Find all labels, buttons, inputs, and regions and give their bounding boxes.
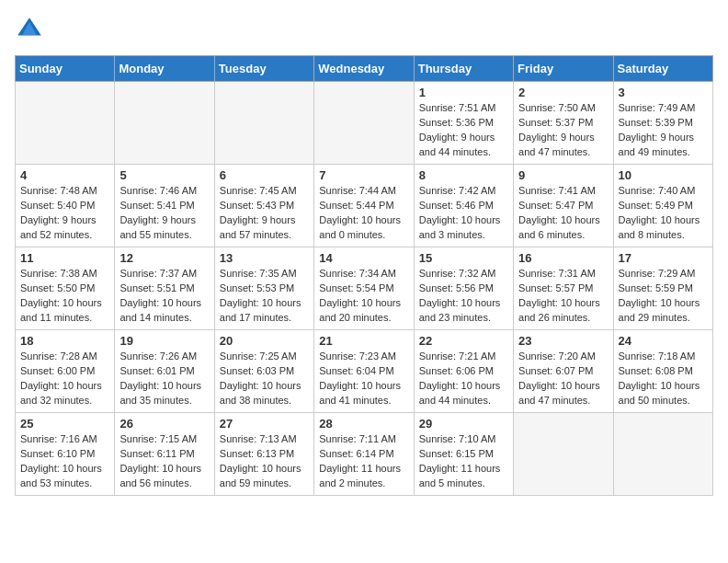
day-number: 16 <box>518 251 608 265</box>
day-info: Sunrise: 7:45 AM Sunset: 5:43 PM Dayligh… <box>220 184 309 243</box>
day-number: 23 <box>518 334 608 348</box>
calendar-cell: 12Sunrise: 7:37 AM Sunset: 5:51 PM Dayli… <box>115 247 214 330</box>
logo <box>15 15 48 44</box>
day-number: 10 <box>619 168 708 182</box>
day-info: Sunrise: 7:49 AM Sunset: 5:39 PM Dayligh… <box>619 101 708 160</box>
day-info: Sunrise: 7:13 AM Sunset: 6:13 PM Dayligh… <box>220 432 309 491</box>
day-info: Sunrise: 7:16 AM Sunset: 6:10 PM Dayligh… <box>20 432 109 491</box>
day-number: 17 <box>619 251 708 265</box>
calendar-cell: 5Sunrise: 7:46 AM Sunset: 5:41 PM Daylig… <box>115 165 214 247</box>
day-info: Sunrise: 7:34 AM Sunset: 5:54 PM Dayligh… <box>319 267 408 326</box>
calendar-cell: 15Sunrise: 7:32 AM Sunset: 5:56 PM Dayli… <box>414 247 513 330</box>
day-number: 26 <box>119 417 209 431</box>
day-info: Sunrise: 7:50 AM Sunset: 5:37 PM Dayligh… <box>518 101 608 160</box>
calendar-cell: 28Sunrise: 7:11 AM Sunset: 6:14 PM Dayli… <box>314 413 414 496</box>
calendar-cell: 18Sunrise: 7:28 AM Sunset: 6:00 PM Dayli… <box>16 330 115 413</box>
day-info: Sunrise: 7:31 AM Sunset: 5:57 PM Dayligh… <box>518 267 608 326</box>
day-info: Sunrise: 7:46 AM Sunset: 5:41 PM Dayligh… <box>119 184 209 243</box>
day-number: 28 <box>319 417 408 431</box>
col-header-saturday: Saturday <box>613 56 712 82</box>
day-info: Sunrise: 7:23 AM Sunset: 6:04 PM Dayligh… <box>319 350 408 408</box>
day-info: Sunrise: 7:38 AM Sunset: 5:50 PM Dayligh… <box>20 267 109 326</box>
calendar-cell: 6Sunrise: 7:45 AM Sunset: 5:43 PM Daylig… <box>214 165 313 247</box>
calendar-cell <box>214 82 313 165</box>
week-row-1: 1Sunrise: 7:51 AM Sunset: 5:36 PM Daylig… <box>16 82 713 165</box>
day-info: Sunrise: 7:29 AM Sunset: 5:59 PM Dayligh… <box>619 267 708 326</box>
day-info: Sunrise: 7:41 AM Sunset: 5:47 PM Dayligh… <box>518 184 608 243</box>
calendar-cell: 11Sunrise: 7:38 AM Sunset: 5:50 PM Dayli… <box>16 247 115 330</box>
day-number: 13 <box>220 251 309 265</box>
day-number: 29 <box>419 417 508 431</box>
calendar-cell: 22Sunrise: 7:21 AM Sunset: 6:06 PM Dayli… <box>414 330 513 413</box>
day-number: 12 <box>119 251 209 265</box>
calendar-cell: 16Sunrise: 7:31 AM Sunset: 5:57 PM Dayli… <box>514 247 613 330</box>
day-number: 14 <box>319 251 408 265</box>
col-header-monday: Monday <box>115 56 214 82</box>
day-number: 24 <box>619 334 708 348</box>
calendar-cell: 14Sunrise: 7:34 AM Sunset: 5:54 PM Dayli… <box>314 247 414 330</box>
day-number: 8 <box>419 168 508 182</box>
day-number: 2 <box>518 86 608 99</box>
calendar-cell: 26Sunrise: 7:15 AM Sunset: 6:11 PM Dayli… <box>115 413 214 496</box>
col-header-sunday: Sunday <box>16 56 115 82</box>
day-number: 4 <box>20 168 109 182</box>
week-row-4: 18Sunrise: 7:28 AM Sunset: 6:00 PM Dayli… <box>16 330 713 413</box>
calendar-cell: 8Sunrise: 7:42 AM Sunset: 5:46 PM Daylig… <box>414 165 513 247</box>
day-info: Sunrise: 7:18 AM Sunset: 6:08 PM Dayligh… <box>619 350 708 408</box>
calendar-table: SundayMondayTuesdayWednesdayThursdayFrid… <box>15 55 713 496</box>
calendar-cell: 3Sunrise: 7:49 AM Sunset: 5:39 PM Daylig… <box>613 82 712 165</box>
calendar-cell: 25Sunrise: 7:16 AM Sunset: 6:10 PM Dayli… <box>16 413 115 496</box>
day-number: 19 <box>119 334 209 348</box>
week-row-5: 25Sunrise: 7:16 AM Sunset: 6:10 PM Dayli… <box>16 413 713 496</box>
day-number: 9 <box>518 168 608 182</box>
day-number: 18 <box>20 334 109 348</box>
calendar-cell: 23Sunrise: 7:20 AM Sunset: 6:07 PM Dayli… <box>514 330 613 413</box>
day-info: Sunrise: 7:44 AM Sunset: 5:44 PM Dayligh… <box>319 184 408 243</box>
col-header-friday: Friday <box>514 56 613 82</box>
calendar-cell <box>514 413 613 496</box>
week-row-2: 4Sunrise: 7:48 AM Sunset: 5:40 PM Daylig… <box>16 165 713 247</box>
col-header-tuesday: Tuesday <box>214 56 313 82</box>
calendar-cell: 24Sunrise: 7:18 AM Sunset: 6:08 PM Dayli… <box>613 330 712 413</box>
calendar-cell: 19Sunrise: 7:26 AM Sunset: 6:01 PM Dayli… <box>115 330 214 413</box>
calendar-cell: 29Sunrise: 7:10 AM Sunset: 6:15 PM Dayli… <box>414 413 513 496</box>
day-number: 22 <box>419 334 508 348</box>
day-info: Sunrise: 7:37 AM Sunset: 5:51 PM Dayligh… <box>119 267 209 326</box>
day-info: Sunrise: 7:15 AM Sunset: 6:11 PM Dayligh… <box>119 432 209 491</box>
day-number: 20 <box>220 334 309 348</box>
day-info: Sunrise: 7:25 AM Sunset: 6:03 PM Dayligh… <box>220 350 309 408</box>
day-info: Sunrise: 7:51 AM Sunset: 5:36 PM Dayligh… <box>419 101 508 160</box>
week-row-3: 11Sunrise: 7:38 AM Sunset: 5:50 PM Dayli… <box>16 247 713 330</box>
day-info: Sunrise: 7:48 AM Sunset: 5:40 PM Dayligh… <box>20 184 109 243</box>
day-info: Sunrise: 7:10 AM Sunset: 6:15 PM Dayligh… <box>419 432 508 491</box>
col-header-thursday: Thursday <box>414 56 513 82</box>
day-number: 25 <box>20 417 109 431</box>
day-number: 15 <box>419 251 508 265</box>
day-info: Sunrise: 7:35 AM Sunset: 5:53 PM Dayligh… <box>220 267 309 326</box>
day-number: 7 <box>319 168 408 182</box>
day-number: 1 <box>419 86 508 99</box>
day-number: 6 <box>220 168 309 182</box>
day-number: 3 <box>619 86 708 99</box>
day-info: Sunrise: 7:28 AM Sunset: 6:00 PM Dayligh… <box>20 350 109 408</box>
calendar-cell: 21Sunrise: 7:23 AM Sunset: 6:04 PM Dayli… <box>314 330 414 413</box>
day-info: Sunrise: 7:42 AM Sunset: 5:46 PM Dayligh… <box>419 184 508 243</box>
day-number: 21 <box>319 334 408 348</box>
calendar-cell <box>16 82 115 165</box>
calendar-cell: 17Sunrise: 7:29 AM Sunset: 5:59 PM Dayli… <box>613 247 712 330</box>
col-header-wednesday: Wednesday <box>314 56 414 82</box>
day-info: Sunrise: 7:26 AM Sunset: 6:01 PM Dayligh… <box>119 350 209 408</box>
calendar-cell: 9Sunrise: 7:41 AM Sunset: 5:47 PM Daylig… <box>514 165 613 247</box>
day-number: 11 <box>20 251 109 265</box>
day-info: Sunrise: 7:20 AM Sunset: 6:07 PM Dayligh… <box>518 350 608 408</box>
calendar-cell: 27Sunrise: 7:13 AM Sunset: 6:13 PM Dayli… <box>214 413 313 496</box>
page-header <box>15 15 713 44</box>
calendar-cell: 10Sunrise: 7:40 AM Sunset: 5:49 PM Dayli… <box>613 165 712 247</box>
day-info: Sunrise: 7:32 AM Sunset: 5:56 PM Dayligh… <box>419 267 508 326</box>
calendar-cell <box>314 82 414 165</box>
day-info: Sunrise: 7:40 AM Sunset: 5:49 PM Dayligh… <box>619 184 708 243</box>
calendar-cell: 7Sunrise: 7:44 AM Sunset: 5:44 PM Daylig… <box>314 165 414 247</box>
calendar-cell <box>613 413 712 496</box>
day-info: Sunrise: 7:11 AM Sunset: 6:14 PM Dayligh… <box>319 432 408 491</box>
calendar-cell: 13Sunrise: 7:35 AM Sunset: 5:53 PM Dayli… <box>214 247 313 330</box>
